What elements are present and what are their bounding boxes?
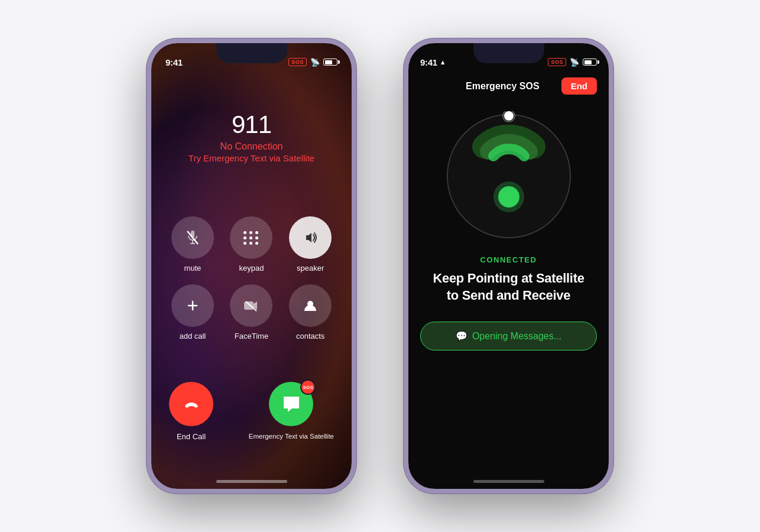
opening-messages-label: Opening Messages... <box>472 331 561 342</box>
sos-message-wrap: SOS Emergency Text via Satellite <box>249 382 334 441</box>
battery-body <box>323 59 337 66</box>
sos-badge-2: SOS <box>548 58 566 66</box>
svg-point-14 <box>504 111 514 121</box>
keypad-circle <box>230 216 272 259</box>
radar-svg <box>444 111 574 241</box>
call-number: 911 <box>232 111 271 139</box>
contacts-icon <box>303 298 318 313</box>
mute-label: mute <box>184 264 201 273</box>
status-icons-1: SOS 📡 <box>288 58 337 67</box>
connected-label: CONNECTED <box>426 255 591 264</box>
speaker-label: speaker <box>297 264 324 273</box>
home-indicator-1 <box>216 480 287 483</box>
satellite-status-icon: 📡 <box>310 58 320 67</box>
location-icon: ▲ <box>440 59 446 66</box>
facetime-circle <box>230 284 272 327</box>
status-bar-2: 9:41 ▲ SOS 📡 <box>408 43 609 73</box>
message-icon <box>281 394 301 414</box>
contacts-label: contacts <box>296 332 324 340</box>
contacts-button[interactable]: contacts <box>287 284 334 340</box>
phone1-screen: 9:41 SOS 📡 911 No Connection Try Emergen… <box>151 43 352 489</box>
volume-up-button-2[interactable] <box>404 153 405 188</box>
add-call-icon <box>186 299 200 313</box>
status-bar-1: 9:41 SOS 📡 <box>151 43 352 73</box>
silent-switch-2 <box>404 120 405 142</box>
phone-1: 9:41 SOS 📡 911 No Connection Try Emergen… <box>147 38 356 494</box>
end-call-button[interactable] <box>169 382 213 426</box>
battery-fill-2 <box>584 60 592 64</box>
volume-down-button-2[interactable] <box>404 194 405 229</box>
end-call-icon <box>183 395 200 413</box>
emergency-sos-title: Emergency SOS <box>466 81 540 92</box>
opening-messages-button[interactable]: 💬 Opening Messages... <box>420 322 597 351</box>
speaker-button[interactable]: speaker <box>287 216 334 273</box>
connected-section: CONNECTED Keep Pointing at Satellite to … <box>408 241 609 304</box>
status-time-1: 9:41 <box>165 57 183 67</box>
end-call-wrap: End Call <box>169 382 213 441</box>
end-button[interactable]: End <box>561 77 597 95</box>
power-button[interactable] <box>355 144 356 185</box>
power-button-2[interactable] <box>612 138 613 185</box>
end-call-label: End Call <box>177 432 206 441</box>
home-indicator-2 <box>473 480 544 483</box>
volume-down-button[interactable] <box>147 176 148 209</box>
mute-circle <box>171 216 214 259</box>
svg-rect-7 <box>244 301 254 310</box>
sos-badge-status: SOS <box>288 58 307 66</box>
silent-switch <box>147 114 148 133</box>
add-call-circle <box>171 284 214 327</box>
call-content: 911 No Connection Try Emergency Text via… <box>151 93 352 163</box>
facetime-button[interactable]: FaceTime <box>228 284 275 340</box>
keypad-button[interactable]: keypad <box>228 216 275 273</box>
navigation-bar: Emergency SOS End <box>408 73 609 99</box>
notch <box>151 73 352 93</box>
svg-point-13 <box>493 181 524 212</box>
call-buttons-grid: mute keypad <box>151 199 352 340</box>
time-location: 9:41 ▲ <box>420 57 446 67</box>
keypad-icon <box>243 231 259 245</box>
facetime-icon <box>243 299 259 312</box>
mute-button[interactable]: mute <box>169 216 216 273</box>
call-satellite-prompt: Try Emergency Text via Satellite <box>189 153 314 163</box>
volume-up-button[interactable] <box>147 138 148 170</box>
battery-fill <box>325 60 332 64</box>
phone2-screen: 9:41 ▲ SOS 📡 Emergency SOS End <box>408 43 609 489</box>
phone-2: 9:41 ▲ SOS 📡 Emergency SOS End <box>404 38 613 494</box>
satellite-radar <box>408 111 609 241</box>
end-call-area: End Call SOS Emergency Text via Satellit… <box>151 358 352 453</box>
battery-icon-2 <box>583 59 597 66</box>
battery-body-2 <box>583 59 597 66</box>
sos-overlay-badge: SOS <box>300 379 316 395</box>
status-icons-2: SOS 📡 <box>548 58 597 67</box>
speaker-circle <box>289 216 332 259</box>
battery-icon-1 <box>323 59 337 66</box>
sos-message-label: Emergency Text via Satellite <box>249 432 334 441</box>
status-time-2: 9:41 <box>420 57 437 67</box>
satellite-icon-2: 📡 <box>570 58 579 67</box>
speaker-icon <box>303 230 318 245</box>
svg-marker-4 <box>306 233 311 242</box>
add-call-label: add call <box>179 332 206 340</box>
sos-message-button[interactable]: SOS <box>269 382 313 426</box>
keypad-label: keypad <box>239 264 264 273</box>
connected-instruction: Keep Pointing at Satellite to Send and R… <box>426 270 591 304</box>
mute-icon <box>186 229 200 246</box>
facetime-label: FaceTime <box>235 332 268 340</box>
messages-icon: 💬 <box>456 330 467 342</box>
contacts-circle <box>289 284 332 327</box>
call-status: No Connection <box>220 141 283 152</box>
add-call-button[interactable]: add call <box>169 284 216 340</box>
